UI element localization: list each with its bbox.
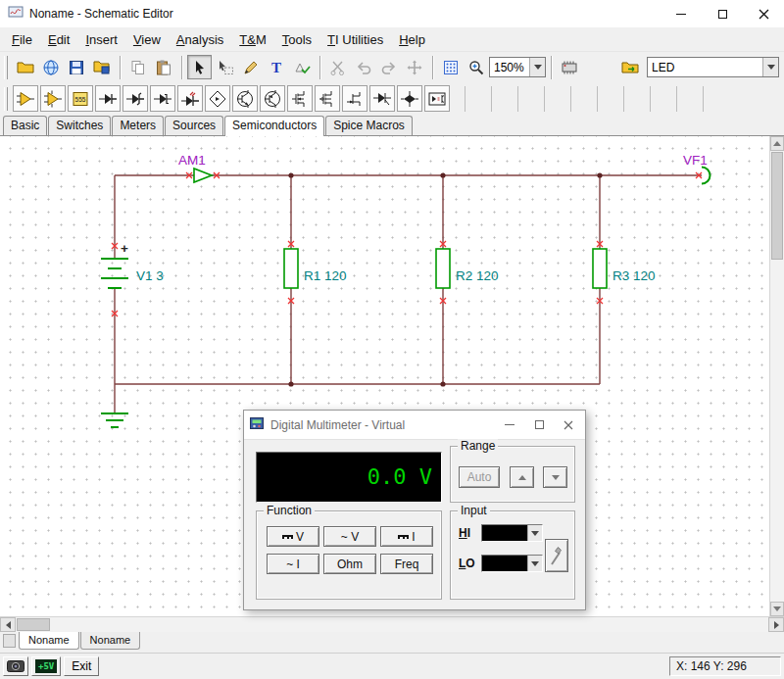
label-vf1[interactable]: VF1 (683, 153, 708, 168)
multimeter-maximize-button[interactable] (524, 411, 554, 439)
circuit-wires[interactable] (115, 175, 702, 413)
label-r1[interactable]: R1 120 (304, 268, 347, 283)
last-component-button[interactable] (213, 55, 237, 79)
tab-meters[interactable]: Meters (112, 116, 164, 135)
horizontal-scroll-thumb[interactable] (17, 618, 50, 631)
redo-button[interactable] (376, 55, 401, 79)
interactive-mode-button[interactable] (557, 55, 581, 79)
led-button[interactable] (177, 85, 203, 112)
open-web-button[interactable] (38, 55, 63, 79)
optocoupler-button[interactable] (424, 85, 450, 112)
multimeter-titlebar[interactable]: Digital Multimeter - Virtual (244, 411, 585, 440)
pmos-button[interactable] (315, 85, 340, 112)
lo-dropdown-button[interactable] (527, 556, 542, 571)
schottky-diode-button[interactable] (150, 85, 175, 112)
dc-current-button[interactable]: I (380, 526, 433, 547)
tab-spice-macros[interactable]: Spice Macros (325, 116, 413, 135)
macro-button[interactable] (617, 55, 642, 79)
scroll-down-button[interactable] (770, 602, 784, 616)
component-search-combobox[interactable] (647, 57, 779, 77)
resistor-r1[interactable] (284, 249, 298, 288)
sheet-tab-spacer[interactable] (3, 634, 16, 648)
diode-button[interactable] (95, 85, 121, 112)
shapes-tool-button[interactable] (289, 55, 314, 79)
zener-diode-button[interactable] (122, 85, 148, 112)
ohm-button[interactable]: Ohm (323, 554, 376, 574)
horizontal-scrollbar[interactable] (0, 616, 784, 632)
menu-tools[interactable]: Tools (274, 29, 319, 50)
vertical-scroll-thumb[interactable] (771, 152, 783, 260)
tab-switches[interactable]: Switches (48, 116, 111, 135)
range-down-button[interactable] (543, 466, 567, 488)
zoom-value-field[interactable] (490, 58, 529, 76)
menu-view[interactable]: View (125, 29, 169, 50)
component-search-field[interactable] (648, 58, 762, 76)
zoom-button[interactable] (464, 55, 488, 79)
power-supply-button[interactable]: +5V (31, 656, 61, 676)
scroll-left-button[interactable] (0, 617, 16, 632)
opamp-button[interactable] (13, 85, 38, 112)
wire-tool-button[interactable] (238, 55, 263, 79)
hi-input-combo[interactable] (481, 524, 543, 542)
zoom-combobox[interactable] (489, 57, 546, 77)
resistor-r2[interactable] (436, 249, 450, 288)
dc-voltage-button[interactable]: V (267, 526, 319, 547)
grid-toggle-button[interactable] (438, 55, 463, 79)
menu-edit[interactable]: Edit (40, 29, 77, 50)
undo-button[interactable] (351, 55, 375, 79)
label-am1[interactable]: AM1 (178, 153, 206, 168)
cut-button[interactable] (325, 55, 350, 79)
vertical-scroll-track[interactable] (770, 261, 784, 602)
close-button[interactable] (743, 0, 784, 27)
label-v1[interactable]: V1 3 (136, 268, 164, 283)
multimeter-close-button[interactable] (554, 411, 583, 439)
toolbar-grip[interactable] (4, 56, 8, 79)
jfet-button[interactable] (342, 85, 368, 112)
sheet-tab-noname-2[interactable]: Noname (80, 632, 141, 650)
timer555-button[interactable]: 555 (68, 85, 93, 112)
hi-dropdown-button[interactable] (527, 525, 542, 541)
paste-button[interactable] (151, 55, 175, 79)
save-as-button[interactable] (89, 55, 114, 79)
label-r2[interactable]: R2 120 (456, 268, 499, 283)
menu-ti-utilities[interactable]: TI Utilities (319, 29, 391, 50)
tab-semiconductors[interactable]: Semiconductors (224, 116, 324, 136)
freq-button[interactable]: Freq (380, 554, 433, 574)
pnp-transistor-button[interactable] (260, 85, 285, 112)
menu-insert[interactable]: Insert (77, 29, 125, 50)
comparator-button[interactable] (40, 85, 66, 112)
tab-sources[interactable]: Sources (165, 116, 223, 135)
camera-button[interactable] (3, 656, 28, 676)
label-r3[interactable]: R3 120 (612, 268, 656, 283)
horizontal-scroll-track[interactable] (51, 617, 768, 632)
ground-symbol[interactable] (101, 413, 128, 427)
multimeter-window[interactable]: Digital Multimeter - Virtual 0.0 V Range… (243, 410, 586, 610)
open-file-button[interactable] (13, 55, 37, 79)
maximize-button[interactable] (702, 0, 743, 27)
scroll-right-button[interactable] (768, 617, 784, 632)
multimeter-minimize-button[interactable] (495, 411, 524, 439)
tab-basic[interactable]: Basic (3, 116, 47, 135)
save-button[interactable] (64, 55, 88, 79)
auto-range-button[interactable]: Auto (459, 466, 500, 488)
scroll-up-button[interactable] (770, 136, 784, 151)
nmos-button[interactable] (287, 85, 313, 112)
text-tool-button[interactable]: T (264, 55, 288, 79)
vertical-scrollbar[interactable] (769, 136, 784, 616)
lo-input-combo[interactable] (481, 555, 543, 572)
npn-transistor-button[interactable] (232, 85, 258, 112)
probe-button[interactable] (545, 539, 568, 572)
sheet-tab-noname-1[interactable]: Noname (19, 632, 79, 650)
menu-file[interactable]: File (4, 29, 40, 50)
resistor-r3[interactable] (593, 249, 607, 288)
toolbar-grip[interactable] (4, 87, 8, 111)
component-search-dropdown-button[interactable] (762, 58, 778, 76)
menu-analysis[interactable]: Analysis (169, 29, 231, 50)
move-button[interactable] (402, 55, 426, 79)
bridge-rectifier-button[interactable] (205, 85, 230, 112)
thyristor-button[interactable] (369, 85, 395, 112)
ac-current-button[interactable]: ~ I (267, 554, 319, 574)
triac-button[interactable] (397, 85, 422, 112)
range-up-button[interactable] (510, 466, 534, 488)
ac-voltage-button[interactable]: ~ V (323, 526, 376, 547)
